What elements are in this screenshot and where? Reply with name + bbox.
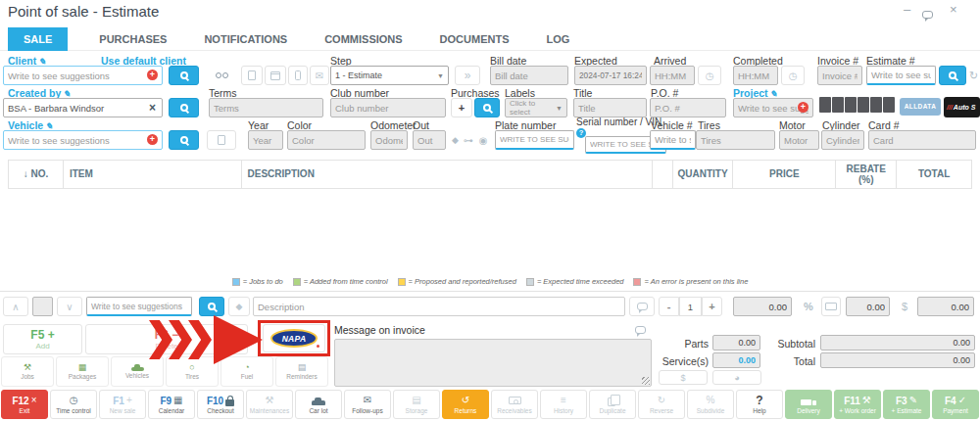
toolbar-maintenances-button[interactable]: ⚒Maintenances [246, 390, 293, 419]
out-input[interactable] [413, 130, 446, 150]
quantity-value[interactable]: 1 [679, 297, 702, 316]
toolbar-estimate-button[interactable]: F3✎+ Estimate [883, 390, 930, 419]
created-by-input[interactable] [3, 98, 163, 117]
entry-item-input[interactable] [86, 297, 192, 316]
column-header-quantity[interactable]: QUANTITY [672, 161, 733, 188]
move-line-up-button[interactable] [3, 297, 28, 316]
title-input[interactable] [573, 98, 647, 117]
total-input[interactable] [820, 352, 975, 368]
column-header-status[interactable] [652, 161, 672, 188]
next-step-button[interactable] [455, 66, 480, 85]
client-phone-button[interactable] [288, 66, 308, 85]
quantity-plus-button[interactable]: + [702, 297, 722, 316]
tool-jobs-button[interactable]: ⚒Jobs [1, 356, 54, 387]
toolbar-time-control-button[interactable]: ◷Time control [50, 390, 97, 419]
tab-commissions[interactable]: COMMISSIONS [318, 27, 408, 51]
vehicle-search-button[interactable] [169, 130, 199, 150]
toolbar-car-lot-button[interactable]: Car lot [295, 390, 342, 419]
toolbar-checkout-button[interactable]: F10Checkout [197, 390, 244, 419]
entry-rebate-input[interactable] [846, 297, 890, 316]
add-line-button[interactable]: F5 +Add [3, 324, 82, 354]
pie-chart-button[interactable] [712, 370, 761, 385]
toolbar-delivery-button[interactable]: Delivery [785, 390, 832, 419]
purchases-search-button[interactable] [474, 98, 500, 117]
subtotal-input[interactable] [820, 335, 975, 351]
estimate-number-input[interactable] [866, 66, 936, 85]
cylinder-input[interactable] [821, 130, 864, 150]
column-header-price[interactable]: PRICE [732, 161, 835, 188]
arrived-input[interactable] [650, 66, 695, 85]
po-number-input[interactable] [650, 98, 726, 117]
column-header-description[interactable]: DESCRIPTION [241, 161, 652, 188]
add-vehicle-icon[interactable] [147, 134, 158, 145]
color-input[interactable] [287, 130, 366, 150]
tool-packages-button[interactable]: ▦Packages [56, 356, 109, 387]
client-advanced-search-button[interactable] [207, 66, 236, 85]
bill-date-input[interactable] [490, 66, 568, 85]
created-by-search-button[interactable] [169, 98, 199, 117]
column-header-no[interactable]: ↓ NO. [9, 161, 63, 188]
tool-tires-button[interactable]: ○Tires [166, 356, 219, 387]
tab-sale[interactable]: SALE [8, 27, 68, 51]
client-search-button[interactable] [169, 66, 199, 85]
minimize-button[interactable]: – [904, 2, 910, 17]
toolbar-new-sale-button[interactable]: F1+New sale [99, 390, 146, 419]
tires-input[interactable] [696, 130, 775, 150]
toolbar-history-button[interactable]: ≡History [540, 390, 587, 419]
toolbar-duplicate-button[interactable]: Duplicate [589, 390, 636, 419]
client-email-button[interactable] [310, 66, 329, 85]
plate-number-input[interactable] [495, 130, 574, 150]
toolbar-returns-button[interactable]: ↺Returns [442, 390, 489, 419]
toolbar-calendar-button[interactable]: F9▦Calendar [148, 390, 195, 419]
entry-total-input[interactable] [917, 297, 974, 316]
column-header-rebate[interactable]: REBATE (%) [835, 161, 896, 188]
toolbar-subdivide-button[interactable]: %Subdivide [687, 390, 734, 419]
toolbar-exit-button[interactable]: F12×Exit [1, 390, 48, 419]
client-input[interactable] [3, 66, 163, 85]
year-input[interactable] [248, 130, 283, 150]
close-button[interactable]: × [950, 2, 957, 17]
carfax-logo[interactable] [819, 97, 895, 113]
dollar-toggle-button[interactable]: $ [659, 370, 708, 385]
eye-icon[interactable] [476, 131, 490, 149]
entry-price-input[interactable] [733, 297, 792, 316]
toolbar-receivables-button[interactable]: Receivables [491, 390, 538, 419]
entry-line-number-input[interactable] [32, 297, 53, 316]
entry-item-search-button[interactable] [199, 297, 224, 316]
step-select[interactable]: 1 - Estimate▼ [330, 66, 449, 85]
tab-purchases[interactable]: PURCHASES [93, 27, 172, 51]
clear-icon[interactable]: × [149, 98, 156, 117]
cash-rebate-button[interactable] [821, 297, 841, 316]
vehicle-number-input[interactable] [650, 130, 696, 150]
terms-input[interactable] [209, 98, 323, 117]
entry-comment-button[interactable] [629, 297, 655, 316]
column-header-item[interactable]: ITEM [63, 161, 241, 188]
toolbar-work-order-button[interactable]: F11⚒+ Work order [834, 390, 881, 419]
column-header-total[interactable]: TOTAL [896, 161, 971, 188]
toolbar-storage-button[interactable]: ▤Storage [393, 390, 440, 419]
key-icon[interactable] [462, 131, 475, 149]
alldata-logo[interactable]: ALLDATA [900, 98, 941, 116]
toolbar-reverse-button[interactable]: ↻Reverse [638, 390, 685, 419]
tab-log[interactable]: LOG [541, 27, 576, 51]
toolbar-follow-ups-button[interactable]: ✉Follow-ups [344, 390, 391, 419]
tab-documents[interactable]: DOCUMENTS [434, 27, 515, 51]
client-note-button[interactable] [241, 66, 263, 85]
add-project-icon[interactable] [798, 102, 808, 113]
vehicle-input[interactable] [3, 130, 163, 150]
estimate-search-button[interactable] [939, 66, 966, 85]
tool-fuel-button[interactable]: ◔Fuel [220, 356, 273, 387]
completed-clock-button[interactable] [781, 66, 805, 85]
motor-input[interactable] [779, 130, 819, 150]
tool-vehicles-button[interactable]: Vehicles [111, 356, 164, 387]
message-comment-button[interactable] [627, 322, 653, 338]
arrived-clock-button[interactable] [698, 66, 721, 85]
add-client-icon[interactable] [147, 70, 158, 80]
club-number-input[interactable] [330, 98, 446, 117]
toolbar-payment-button[interactable]: F4✓Payment [932, 390, 979, 419]
autoserve-logo[interactable]: ///Auto S [944, 97, 980, 117]
entry-tag-button[interactable] [228, 297, 250, 316]
add-purchase-button[interactable]: + [451, 98, 472, 117]
completed-input[interactable] [733, 66, 778, 85]
tool-reminders-button[interactable]: ▤Reminders [275, 356, 328, 387]
